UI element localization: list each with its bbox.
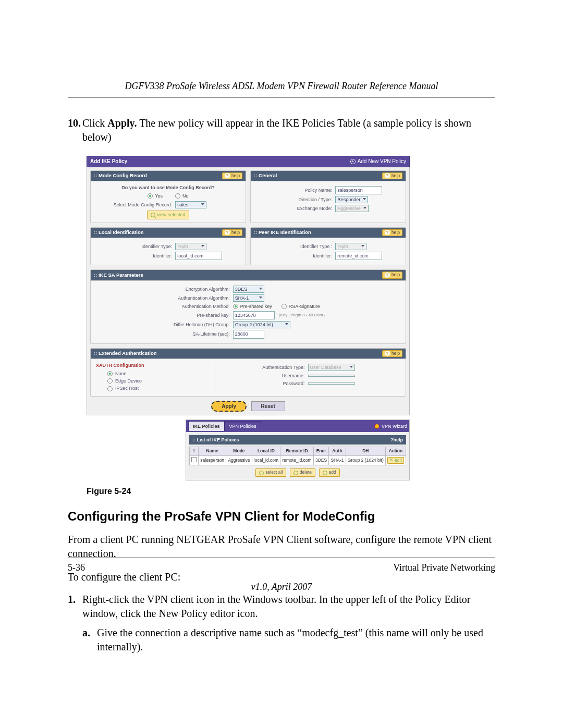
window-title: Add IKE Policy xyxy=(90,158,127,165)
help-button[interactable]: ?help xyxy=(382,229,402,236)
list-of-ike-policies-title: :: List of IKE Policies xyxy=(192,437,239,443)
radio-icon xyxy=(233,304,238,309)
th-encr: Encr xyxy=(313,447,328,455)
panel-general: :: General ?help Policy Name:salesperson… xyxy=(250,170,406,223)
page-footer: 5-36 Virtual Private Networking v1.0, Ap… xyxy=(68,558,495,593)
sa-lifetime-label: SA-Lifetime (sec): xyxy=(96,331,233,337)
direction-type-dropdown[interactable]: Responder xyxy=(335,196,368,203)
xauth-config-heading: XAUTH Configuration xyxy=(96,362,211,368)
add-button[interactable]: add xyxy=(319,468,340,476)
xauth-edge-radio[interactable]: Edge Device xyxy=(107,378,211,384)
enc-alg-label: Encryption Algorithm: xyxy=(96,286,233,292)
help-button[interactable]: ?help xyxy=(390,437,403,443)
add-new-vpn-policy-label: Add New VPN Policy xyxy=(358,158,406,165)
auth-alg-label: Authentication Algorithm: xyxy=(96,295,233,301)
step-1: 1. Right-click the VPN client icon in th… xyxy=(68,593,495,654)
td-remote-id: remote_id.com xyxy=(280,455,314,465)
xauth-username-label: Username: xyxy=(223,373,308,379)
radio-icon xyxy=(107,371,113,376)
th-remote-id: Remote ID xyxy=(280,447,314,455)
sa-lifetime-input[interactable]: 28800 xyxy=(233,330,264,338)
window-titlebar: Add IKE Policy + Add New VPN Policy xyxy=(87,156,410,167)
radio-icon xyxy=(148,193,153,199)
local-id-label: Identifier: xyxy=(96,253,175,259)
xauth-type-dropdown: User Database xyxy=(308,364,355,371)
xauth-password-label: Password: xyxy=(223,380,308,387)
help-button[interactable]: ?help xyxy=(382,272,402,278)
mode-no-radio[interactable]: No xyxy=(175,193,189,199)
step-10: 10. Click Apply. The new policy will app… xyxy=(68,116,495,144)
delete-button[interactable]: delete xyxy=(290,468,315,476)
td-mode: Aggressive xyxy=(226,455,252,465)
enc-alg-dropdown[interactable]: 3DES xyxy=(233,286,264,293)
psk-label: Pre-shared key: xyxy=(96,312,233,318)
th-local-id: Local ID xyxy=(252,447,280,455)
radio-icon xyxy=(282,304,287,309)
help-button[interactable]: ?help xyxy=(382,350,402,357)
panel-sa-title: :: IKE SA Parameters xyxy=(94,272,143,279)
edit-button[interactable]: ✎edit xyxy=(387,457,404,464)
td-name: salesperson xyxy=(199,455,226,465)
td-local-id: local_id.com xyxy=(252,455,280,465)
radio-icon xyxy=(175,193,180,199)
exchange-mode-label: Exchange Mode: xyxy=(256,205,335,212)
help-button[interactable]: ?help xyxy=(222,172,242,179)
auth-alg-dropdown[interactable]: SHA-1 xyxy=(233,294,264,302)
apply-button[interactable]: Apply xyxy=(211,401,247,412)
auth-method-rsa-radio[interactable]: RSA-Signature xyxy=(282,303,320,310)
step-1a-number: a. xyxy=(82,626,97,654)
xauth-none-radio[interactable]: None xyxy=(107,371,211,377)
vpn-wizard-link[interactable]: VPN Wizard xyxy=(374,423,407,429)
step-10-text: Click Apply. The new policy will appear … xyxy=(82,116,495,144)
view-selected-button[interactable]: view selected xyxy=(147,211,189,219)
ike-policies-table: ! Name Mode Local ID Remote ID Encr Auth… xyxy=(189,447,406,465)
step-10-c: The new policy will appear in the IKE Po… xyxy=(82,117,471,143)
step-10-a: Click xyxy=(82,117,107,129)
direction-type-label: Direction / Type: xyxy=(256,196,335,203)
policy-name-input[interactable]: salesperson xyxy=(335,186,382,194)
tab-vpn-policies[interactable]: VPN Policies xyxy=(225,421,261,431)
tab-ike-policies[interactable]: IKE Policies xyxy=(188,421,225,431)
td-auth: SHA-1 xyxy=(329,455,346,465)
xauth-username-input xyxy=(308,375,355,377)
xauth-password-input xyxy=(308,382,355,385)
step-1a: a. Give the connection a descriptive nam… xyxy=(82,626,495,654)
select-mode-config-dropdown[interactable]: sales xyxy=(175,201,206,208)
select-all-button[interactable]: select all xyxy=(255,468,286,476)
help-button[interactable]: ?help xyxy=(222,229,242,236)
screenshot-add-ike-policy: Add IKE Policy + Add New VPN Policy :: M… xyxy=(87,156,410,480)
peer-id-input[interactable]: remote_id.com xyxy=(335,252,382,260)
psk-input[interactable]: 12345678 xyxy=(233,311,275,319)
panel-ike-sa-parameters: :: IKE SA Parameters ?help Encryption Al… xyxy=(90,269,406,343)
mode-yes-radio[interactable]: Yes xyxy=(148,193,163,199)
add-new-vpn-policy-link[interactable]: + Add New VPN Policy xyxy=(350,158,406,165)
peer-id-label: Identifier: xyxy=(256,253,335,259)
step-1a-text: Give the connection a descriptive name s… xyxy=(97,626,495,654)
auth-method-psk-radio[interactable]: Pre-shared key xyxy=(233,303,272,310)
magnifier-icon xyxy=(151,213,155,217)
section-heading: Configuring the ProSafe VPN Client for M… xyxy=(68,508,495,525)
reset-button[interactable]: Reset xyxy=(251,401,285,412)
policy-name-label: Policy Name: xyxy=(256,187,335,193)
panel-mode-config-record: :: Mode Config Record ?help Do you want … xyxy=(90,170,246,223)
xauth-type-label: Authentication Type: xyxy=(223,364,308,371)
th-action: Action xyxy=(386,447,406,455)
dh-group-label: Diffie-Hellman (DH) Group: xyxy=(96,322,233,328)
delete-icon xyxy=(293,471,298,475)
peer-id-type-label: Identifier Type : xyxy=(256,243,335,250)
mode-config-question: Do you want to use Mode Config Record? xyxy=(96,184,240,191)
help-icon: ? xyxy=(385,173,390,178)
figure-5-24: Add IKE Policy + Add New VPN Policy :: M… xyxy=(87,156,495,497)
figure-caption: Figure 5-24 xyxy=(87,486,495,497)
td-encr: 3DES xyxy=(313,455,328,465)
help-button[interactable]: ?help xyxy=(382,172,402,179)
dh-group-dropdown[interactable]: Group 2 (1024 bit) xyxy=(233,321,290,328)
help-icon: ? xyxy=(385,230,390,235)
add-icon xyxy=(323,471,327,475)
footer-version: v1.0, April 2007 xyxy=(68,582,495,593)
exchange-mode-dropdown: Aggressive xyxy=(335,205,369,212)
row-checkbox[interactable] xyxy=(191,457,197,462)
screenshot-ike-policies-list: IKE Policies VPN Policies VPN Wizard :: … xyxy=(186,419,410,480)
xauth-ipsec-radio[interactable]: IPSec Host xyxy=(107,385,211,391)
local-id-input[interactable]: local_id.com xyxy=(175,252,222,260)
